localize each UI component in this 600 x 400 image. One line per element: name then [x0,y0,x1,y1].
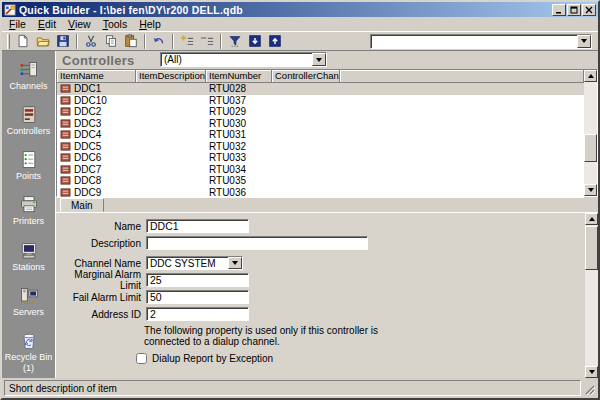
download-button[interactable] [245,32,265,50]
filter-dropdown[interactable]: (All) [160,52,327,67]
sidebar-item-controllers[interactable]: Controllers [2,105,55,136]
cell-itemnumber: RTU035 [206,175,272,186]
table-row[interactable]: DDC5 RTU032 [57,141,584,153]
copy-icon [104,34,118,48]
close-button[interactable] [582,4,596,16]
cut-button[interactable] [81,32,101,50]
points-icon [18,150,40,170]
controller-icon [60,84,71,93]
table-row[interactable]: DDC9 RTU036 [57,187,584,199]
filter-button[interactable] [225,32,245,50]
content-area: Controllers (All) ItemName ItemDescripti… [56,51,598,378]
column-header-controllerchannel[interactable]: ControllerChann... [272,70,340,83]
toolbar-separator [76,34,78,49]
scroll-down-icon[interactable] [585,366,598,378]
tab-main[interactable]: Main [60,198,104,212]
controller-icon [60,188,71,197]
titlebar: Quick Builder - I:\bei fen\DY\r200 DELL.… [2,2,598,17]
controller-icon [60,142,71,151]
marginal-alarm-limit-field[interactable] [146,273,249,287]
undo-button[interactable] [149,32,169,50]
close-icon [585,6,593,14]
menu-file[interactable]: File [3,18,32,30]
scroll-up-icon[interactable] [585,213,598,225]
cell-itemname: DDC9 [74,187,101,198]
table-row[interactable]: DDC10 RTU037 [57,95,584,107]
channels-icon [18,60,40,80]
delete-items-icon [200,34,214,48]
app-window: Quick Builder - I:\bei fen\DY\r200 DELL.… [0,0,600,400]
open-button[interactable] [33,32,53,50]
table-row[interactable]: DDC3 RTU030 [57,118,584,130]
maximize-button[interactable] [567,4,581,16]
sidebar-item-servers[interactable]: Servers [2,286,55,317]
table-row[interactable]: DDC8 RTU035 [57,175,584,187]
form-panel: Name Description Channel Name DDC SYSTEM… [56,212,598,378]
column-header-itemnumber[interactable]: ItemNumber [206,70,272,83]
channel-name-select[interactable]: DDC SYSTEM [146,256,243,270]
paste-button[interactable] [121,32,141,50]
dialup-report-label: Dialup Report by Exception [152,353,273,364]
menu-view[interactable]: View [62,18,97,30]
upload-button[interactable] [265,32,285,50]
sidebar-item-stations[interactable]: Stations [2,241,55,272]
column-header-filler [340,70,584,83]
table-scrollbar[interactable] [584,70,597,196]
maximize-icon [570,6,578,14]
chevron-down-icon[interactable] [577,35,591,48]
table-row[interactable]: DDC6 RTU033 [57,152,584,164]
menu-help[interactable]: Help [133,18,167,30]
status-text: Short description of item [4,380,581,396]
add-items-button[interactable] [177,32,197,50]
undo-icon [152,34,166,48]
sidebar-item-points[interactable]: Points [2,150,55,181]
page-title: Controllers [56,53,135,68]
toolbar [2,31,598,51]
cell-itemname: DDC2 [74,106,101,117]
download-icon [248,34,262,48]
controller-icon [60,119,71,128]
paste-icon [124,34,138,48]
save-button[interactable] [53,32,73,50]
toolbar-grip[interactable] [7,34,10,49]
resize-grip-icon[interactable] [583,383,596,396]
table-row[interactable]: DDC1 RTU028 [57,83,584,95]
chevron-down-icon[interactable] [312,53,326,66]
cell-itemname: DDC8 [74,175,101,186]
copy-button[interactable] [101,32,121,50]
chevron-down-icon[interactable] [228,257,242,269]
sidebar-item-recycle-bin[interactable]: Recycle Bin (1) [2,331,55,373]
sidebar-item-channels[interactable]: Channels [2,60,55,91]
dialup-report-checkbox[interactable] [136,353,147,364]
delete-items-button[interactable] [197,32,217,50]
address-id-field[interactable] [146,307,249,321]
scrollbar-thumb[interactable] [584,134,597,162]
fail-alarm-limit-field[interactable] [146,290,249,304]
toolbar-separator [144,34,146,49]
name-field[interactable] [146,219,249,233]
scrollbar-thumb[interactable] [585,226,598,270]
dialup-note-line2: connected to a dialup channel. [144,336,598,347]
column-header-itemname[interactable]: ItemName [57,70,136,83]
new-button[interactable] [13,32,33,50]
toolbar-combobox[interactable] [370,34,592,49]
table-body: DDC1 RTU028 DDC10 RTU037 DDC2 R [57,83,584,198]
cell-itemnumber: RTU030 [206,118,272,129]
table-row[interactable]: DDC4 RTU031 [57,129,584,141]
table-row[interactable]: DDC7 RTU034 [57,164,584,176]
table-row[interactable]: DDC2 RTU029 [57,106,584,118]
minimize-button[interactable] [552,4,566,16]
scroll-up-icon[interactable] [584,70,597,82]
marginal-alarm-limit-label: Marginal Alarm Limit [56,269,146,291]
cell-itemnumber: RTU033 [206,152,272,163]
sidebar-item-printers[interactable]: Printers [2,195,55,226]
scroll-down-icon[interactable] [584,184,597,196]
controller-icon [60,153,71,162]
column-header-itemdescription[interactable]: ItemDescription [136,70,206,83]
cell-itemnumber: RTU031 [206,129,272,140]
form-scrollbar[interactable] [585,213,598,378]
menu-tools[interactable]: Tools [97,18,134,30]
menu-edit[interactable]: Edit [32,18,62,30]
cell-itemname: DDC5 [74,141,101,152]
description-field[interactable] [146,236,368,250]
